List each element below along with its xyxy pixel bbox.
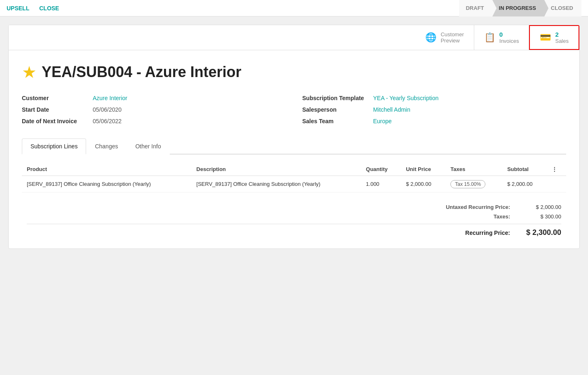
record-title: YEA/SUB004 - Azure Interior — [42, 63, 241, 81]
pipeline: DRAFT IN PROGRESS CLOSED — [459, 0, 581, 16]
subscription-template-label: Subscription Template — [302, 95, 368, 101]
start-date-label: Start Date — [22, 106, 88, 113]
salesperson-label: Salesperson — [302, 106, 368, 113]
fields-left: Customer Azure Interior Start Date 05/06… — [22, 92, 286, 127]
card-body: ★ YEA/SUB004 - Azure Interior Customer A… — [9, 50, 579, 248]
cell-taxes: Tax 15.00% — [445, 176, 502, 192]
top-bar: UPSELL CLOSE DRAFT IN PROGRESS CLOSED — [0, 0, 588, 16]
totals-untaxed-row: Untaxed Recurring Price: $ 2,000.00 — [22, 202, 566, 212]
subscription-template-value[interactable]: YEA - Yearly Subscription — [373, 95, 439, 101]
cell-more — [547, 176, 566, 192]
tab-changes[interactable]: Changes — [86, 138, 127, 155]
tabs: Subscription Lines Changes Other Info — [22, 138, 566, 155]
start-date-value: 05/06/2020 — [93, 106, 122, 113]
totals-section: Untaxed Recurring Price: $ 2,000.00 Taxe… — [22, 199, 566, 239]
totals-taxes-row: Taxes: $ 300.00 — [22, 212, 566, 221]
globe-icon: 🌐 — [425, 32, 436, 43]
tab-other-info[interactable]: Other Info — [127, 138, 169, 155]
main-content: 🌐 Customer Preview 📋 0 Invoices 💳 2 Sale… — [0, 16, 588, 257]
invoices-label: Invoices — [499, 38, 519, 44]
field-subscription-template: Subscription Template YEA - Yearly Subsc… — [302, 92, 567, 104]
subscription-table: Product Description Quantity Unit Price … — [22, 163, 566, 192]
invoices-button[interactable]: 📋 0 Invoices — [474, 25, 529, 50]
customer-value[interactable]: Azure Interior — [93, 95, 127, 101]
sales-button[interactable]: 💳 2 Sales — [529, 25, 579, 50]
customer-preview-button[interactable]: 🌐 Customer Preview — [415, 25, 474, 50]
upsell-button[interactable]: UPSELL — [7, 5, 29, 12]
col-product: Product — [22, 163, 192, 176]
fields-right: Subscription Template YEA - Yearly Subsc… — [302, 92, 567, 127]
field-salesperson: Salesperson Mitchell Admin — [302, 104, 567, 115]
cell-product: [SERV_89137] Office Cleaning Subscriptio… — [22, 176, 192, 192]
totals-grand-total-row: Recurring Price: $ 2,300.00 — [22, 227, 566, 239]
invoices-count: 0 — [499, 31, 519, 38]
customer-label: Customer — [22, 95, 88, 101]
invoices-info: 0 Invoices — [499, 31, 519, 44]
table-row: [SERV_89137] Office Cleaning Subscriptio… — [22, 176, 566, 192]
pipeline-step-in-progress[interactable]: IN PROGRESS — [492, 0, 544, 16]
totals-divider — [27, 224, 561, 224]
col-quantity: Quantity — [361, 163, 401, 176]
cell-quantity: 1.000 — [361, 176, 401, 192]
taxes-value: $ 300.00 — [520, 213, 561, 220]
sales-count: 2 — [555, 31, 569, 38]
col-subtotal: Subtotal — [502, 163, 547, 176]
field-next-invoice: Date of Next Invoice 05/06/2022 — [22, 115, 286, 127]
tax-badge: Tax 15.00% — [450, 180, 485, 188]
fields-grid: Customer Azure Interior Start Date 05/06… — [22, 92, 566, 127]
recurring-label: Recurring Price: — [428, 230, 510, 236]
next-invoice-value: 05/06/2022 — [93, 118, 122, 124]
customer-preview-text: Customer Preview — [440, 31, 464, 44]
tab-subscription-lines[interactable]: Subscription Lines — [22, 138, 86, 155]
cell-description: [SERV_89137] Office Cleaning Subscriptio… — [192, 176, 361, 192]
record-card: 🌐 Customer Preview 📋 0 Invoices 💳 2 Sale… — [8, 25, 580, 249]
title-row: ★ YEA/SUB004 - Azure Interior — [22, 63, 566, 81]
pipeline-step-draft[interactable]: DRAFT — [459, 0, 492, 16]
field-customer: Customer Azure Interior — [22, 92, 286, 104]
sales-team-label: Sales Team — [302, 118, 368, 124]
star-icon[interactable]: ★ — [22, 64, 37, 80]
col-description: Description — [192, 163, 361, 176]
cell-subtotal: $ 2,000.00 — [502, 176, 547, 192]
card-info-bar: 🌐 Customer Preview 📋 0 Invoices 💳 2 Sale… — [9, 25, 579, 50]
sales-label: Sales — [555, 38, 569, 44]
field-start-date: Start Date 05/06/2020 — [22, 104, 286, 115]
customer-preview-label: Customer Preview — [440, 31, 464, 44]
field-sales-team: Sales Team Europe — [302, 115, 567, 127]
untaxed-label: Untaxed Recurring Price: — [428, 204, 510, 210]
cell-unit-price: $ 2,000.00 — [401, 176, 445, 192]
recurring-value: $ 2,300.00 — [520, 228, 561, 237]
top-bar-left: UPSELL CLOSE — [7, 5, 459, 12]
col-more[interactable]: ⋮ — [547, 163, 566, 176]
pipeline-step-draft-label: DRAFT — [466, 5, 484, 11]
col-unit-price: Unit Price — [401, 163, 445, 176]
notebook-icon: 📋 — [484, 32, 495, 43]
salesperson-value[interactable]: Mitchell Admin — [373, 106, 410, 113]
taxes-label: Taxes: — [428, 213, 510, 220]
close-button[interactable]: CLOSE — [39, 5, 59, 12]
untaxed-value: $ 2,000.00 — [520, 204, 561, 210]
card-icon: 💳 — [540, 32, 551, 43]
sales-info: 2 Sales — [555, 31, 569, 44]
pipeline-step-closed-label: CLOSED — [551, 5, 573, 11]
col-taxes: Taxes — [445, 163, 502, 176]
pipeline-step-in-progress-label: IN PROGRESS — [499, 5, 536, 11]
next-invoice-label: Date of Next Invoice — [22, 118, 88, 124]
sales-team-value[interactable]: Europe — [373, 118, 392, 124]
pipeline-step-closed[interactable]: CLOSED — [544, 0, 581, 16]
